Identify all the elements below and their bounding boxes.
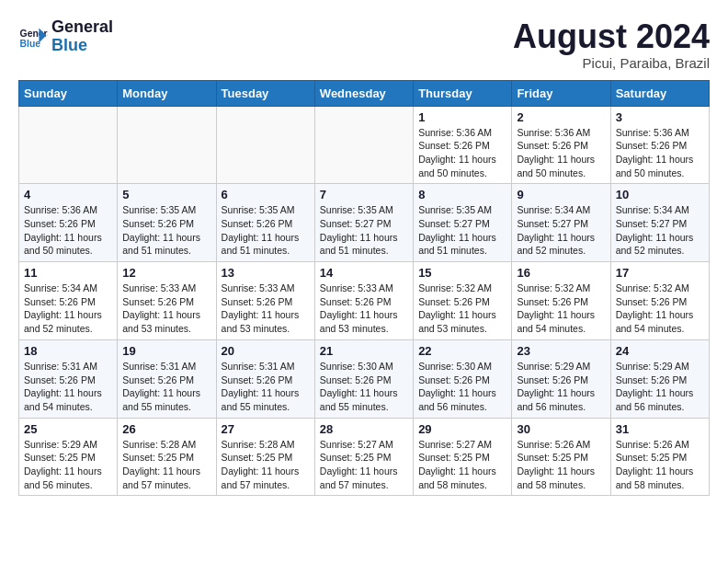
page-header: General Blue General Blue August 2024 Pi… — [18, 18, 710, 71]
calendar-cell: 2Sunrise: 5:36 AMSunset: 5:26 PMDaylight… — [512, 106, 610, 184]
day-info: Sunrise: 5:33 AMSunset: 5:26 PMDaylight:… — [320, 282, 408, 336]
day-number: 10 — [616, 188, 704, 201]
day-number: 14 — [320, 266, 408, 280]
calendar-cell: 16Sunrise: 5:32 AMSunset: 5:26 PMDayligh… — [512, 262, 610, 340]
calendar-cell: 10Sunrise: 5:34 AMSunset: 5:27 PMDayligh… — [610, 184, 709, 262]
day-number: 28 — [320, 422, 408, 436]
day-number: 27 — [222, 422, 310, 436]
day-number: 23 — [517, 344, 605, 358]
day-info: Sunrise: 5:35 AMSunset: 5:27 PMDaylight:… — [418, 203, 506, 258]
day-info: Sunrise: 5:31 AMSunset: 5:26 PMDaylight:… — [24, 360, 112, 414]
logo: General Blue General Blue — [18, 18, 113, 55]
day-info: Sunrise: 5:36 AMSunset: 5:26 PMDaylight:… — [616, 126, 704, 180]
calendar-cell: 18Sunrise: 5:31 AMSunset: 5:26 PMDayligh… — [19, 339, 118, 418]
calendar-cell: 19Sunrise: 5:31 AMSunset: 5:26 PMDayligh… — [118, 339, 216, 418]
day-number: 22 — [418, 344, 506, 358]
calendar-cell: 5Sunrise: 5:35 AMSunset: 5:26 PMDaylight… — [118, 184, 216, 262]
calendar-cell — [216, 106, 314, 184]
calendar-week-5: 25Sunrise: 5:29 AMSunset: 5:25 PMDayligh… — [19, 418, 710, 496]
title-block: August 2024 Picui, Paraiba, Brazil — [513, 18, 710, 71]
calendar-cell: 26Sunrise: 5:28 AMSunset: 5:25 PMDayligh… — [118, 418, 216, 496]
weekday-header-friday: Friday — [512, 80, 610, 106]
calendar-cell — [19, 106, 118, 184]
day-info: Sunrise: 5:26 AMSunset: 5:25 PMDaylight:… — [616, 438, 704, 492]
calendar-cell — [118, 106, 216, 184]
calendar-cell: 21Sunrise: 5:30 AMSunset: 5:26 PMDayligh… — [314, 339, 413, 418]
calendar-cell: 28Sunrise: 5:27 AMSunset: 5:25 PMDayligh… — [314, 418, 413, 496]
calendar-cell: 12Sunrise: 5:33 AMSunset: 5:26 PMDayligh… — [118, 262, 216, 340]
calendar-cell: 3Sunrise: 5:36 AMSunset: 5:26 PMDaylight… — [610, 106, 709, 184]
day-number: 8 — [418, 188, 506, 201]
calendar-cell: 9Sunrise: 5:34 AMSunset: 5:27 PMDaylight… — [512, 184, 610, 262]
calendar-week-1: 1Sunrise: 5:36 AMSunset: 5:26 PMDaylight… — [19, 106, 710, 184]
day-number: 30 — [517, 422, 605, 436]
calendar-cell: 27Sunrise: 5:28 AMSunset: 5:25 PMDayligh… — [216, 418, 314, 496]
calendar-cell: 8Sunrise: 5:35 AMSunset: 5:27 PMDaylight… — [414, 184, 512, 262]
day-info: Sunrise: 5:36 AMSunset: 5:26 PMDaylight:… — [418, 126, 506, 180]
day-number: 21 — [320, 344, 408, 358]
day-info: Sunrise: 5:35 AMSunset: 5:26 PMDaylight:… — [222, 203, 310, 258]
day-number: 13 — [222, 266, 310, 280]
calendar-cell: 1Sunrise: 5:36 AMSunset: 5:26 PMDaylight… — [414, 106, 512, 184]
day-info: Sunrise: 5:29 AMSunset: 5:25 PMDaylight:… — [24, 438, 112, 492]
calendar-cell: 7Sunrise: 5:35 AMSunset: 5:27 PMDaylight… — [314, 184, 413, 262]
calendar-cell: 25Sunrise: 5:29 AMSunset: 5:25 PMDayligh… — [19, 418, 118, 496]
day-number: 31 — [616, 422, 704, 436]
day-number: 19 — [122, 344, 210, 358]
logo-icon: General Blue — [18, 22, 48, 52]
calendar-cell: 29Sunrise: 5:27 AMSunset: 5:25 PMDayligh… — [414, 418, 512, 496]
day-info: Sunrise: 5:34 AMSunset: 5:27 PMDaylight:… — [517, 203, 605, 258]
day-number: 4 — [24, 188, 112, 201]
weekday-header-monday: Monday — [118, 80, 216, 106]
day-info: Sunrise: 5:33 AMSunset: 5:26 PMDaylight:… — [122, 282, 210, 336]
calendar-cell: 11Sunrise: 5:34 AMSunset: 5:26 PMDayligh… — [19, 262, 118, 340]
day-number: 2 — [517, 110, 605, 124]
day-number: 7 — [320, 188, 408, 201]
day-info: Sunrise: 5:29 AMSunset: 5:26 PMDaylight:… — [517, 360, 605, 414]
calendar-cell: 4Sunrise: 5:36 AMSunset: 5:26 PMDaylight… — [19, 184, 118, 262]
weekday-header-sunday: Sunday — [19, 80, 118, 106]
day-info: Sunrise: 5:35 AMSunset: 5:26 PMDaylight:… — [122, 203, 210, 258]
logo-name: General Blue — [51, 18, 113, 55]
day-number: 15 — [418, 266, 506, 280]
calendar-cell: 17Sunrise: 5:32 AMSunset: 5:26 PMDayligh… — [610, 262, 709, 340]
day-info: Sunrise: 5:26 AMSunset: 5:25 PMDaylight:… — [517, 438, 605, 492]
day-info: Sunrise: 5:34 AMSunset: 5:26 PMDaylight:… — [24, 282, 112, 336]
calendar-week-2: 4Sunrise: 5:36 AMSunset: 5:26 PMDaylight… — [19, 184, 710, 262]
day-number: 11 — [24, 266, 112, 280]
day-number: 20 — [222, 344, 310, 358]
day-info: Sunrise: 5:36 AMSunset: 5:26 PMDaylight:… — [24, 203, 112, 258]
day-info: Sunrise: 5:32 AMSunset: 5:26 PMDaylight:… — [418, 282, 506, 336]
day-info: Sunrise: 5:32 AMSunset: 5:26 PMDaylight:… — [616, 282, 704, 336]
location-subtitle: Picui, Paraiba, Brazil — [513, 55, 710, 71]
weekday-header-thursday: Thursday — [414, 80, 512, 106]
day-info: Sunrise: 5:27 AMSunset: 5:25 PMDaylight:… — [418, 438, 506, 492]
calendar-cell: 6Sunrise: 5:35 AMSunset: 5:26 PMDaylight… — [216, 184, 314, 262]
day-number: 25 — [24, 422, 112, 436]
day-info: Sunrise: 5:36 AMSunset: 5:26 PMDaylight:… — [517, 126, 605, 180]
calendar-week-3: 11Sunrise: 5:34 AMSunset: 5:26 PMDayligh… — [19, 262, 710, 340]
day-number: 17 — [616, 266, 704, 280]
calendar-cell: 20Sunrise: 5:31 AMSunset: 5:26 PMDayligh… — [216, 339, 314, 418]
calendar-cell: 31Sunrise: 5:26 AMSunset: 5:25 PMDayligh… — [610, 418, 709, 496]
day-number: 3 — [616, 110, 704, 124]
day-info: Sunrise: 5:27 AMSunset: 5:25 PMDaylight:… — [320, 438, 408, 492]
day-number: 12 — [122, 266, 210, 280]
weekday-header-row: SundayMondayTuesdayWednesdayThursdayFrid… — [19, 80, 710, 106]
day-number: 9 — [517, 188, 605, 201]
day-number: 6 — [222, 188, 310, 201]
day-info: Sunrise: 5:32 AMSunset: 5:26 PMDaylight:… — [517, 282, 605, 336]
day-info: Sunrise: 5:30 AMSunset: 5:26 PMDaylight:… — [418, 360, 506, 414]
day-info: Sunrise: 5:30 AMSunset: 5:26 PMDaylight:… — [320, 360, 408, 414]
day-number: 24 — [616, 344, 704, 358]
calendar-cell: 23Sunrise: 5:29 AMSunset: 5:26 PMDayligh… — [512, 339, 610, 418]
day-info: Sunrise: 5:29 AMSunset: 5:26 PMDaylight:… — [616, 360, 704, 414]
calendar-cell: 30Sunrise: 5:26 AMSunset: 5:25 PMDayligh… — [512, 418, 610, 496]
weekday-header-saturday: Saturday — [610, 80, 709, 106]
day-info: Sunrise: 5:28 AMSunset: 5:25 PMDaylight:… — [222, 438, 310, 492]
day-number: 5 — [122, 188, 210, 201]
day-number: 26 — [122, 422, 210, 436]
day-number: 16 — [517, 266, 605, 280]
month-title: August 2024 — [513, 18, 710, 55]
calendar-cell: 15Sunrise: 5:32 AMSunset: 5:26 PMDayligh… — [414, 262, 512, 340]
